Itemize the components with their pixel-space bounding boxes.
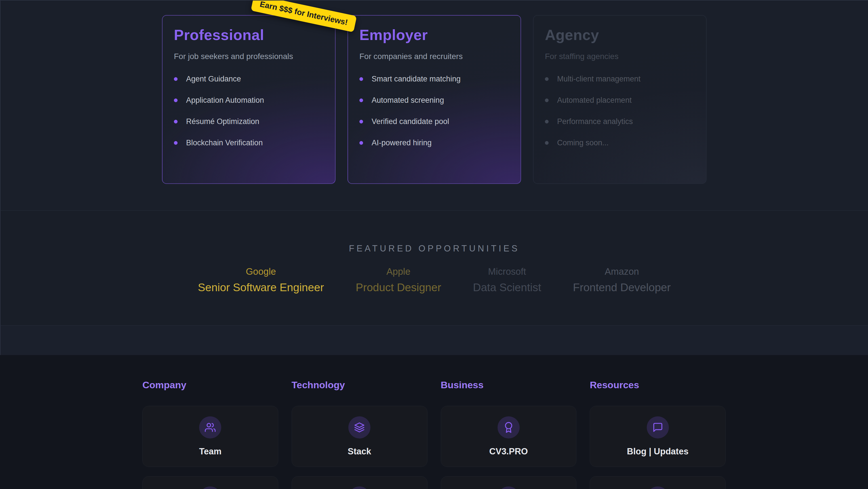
icon-circle [348,416,370,438]
footer: Company Team Technology Stack [0,355,868,489]
icon-circle [647,416,669,438]
footer-link-partial[interactable] [590,476,725,489]
footer-link-label: Stack [348,447,371,457]
feature-item: Performance analytics [545,117,695,126]
job-company: Microsoft [473,266,541,277]
feature-item: AI-powered hiring [360,139,509,147]
plan-card-content: Employer For companies and recruiters Sm… [360,26,509,173]
bullet-dot-icon [360,141,363,145]
footer-link-team[interactable]: Team [143,406,278,467]
footer-column-heading: Resources [590,379,725,391]
footer-link-partial[interactable] [291,476,428,489]
feature-label: Automated placement [557,96,632,105]
job-company: Amazon [573,266,671,277]
featured-heading: FEATURED OPPORTUNITIES [1,243,868,254]
job-title: Data Scientist [473,281,541,294]
footer-link-label: Blog | Updates [627,447,688,457]
bullet-dot-icon [545,120,549,123]
icon-circle [647,486,669,489]
icon-circle [498,486,520,489]
footer-column-business: Business CV3.PRO [441,379,577,489]
plan-card-agency: Agency For staffing agencies Multi-clien… [533,15,707,184]
feature-label: Verified candidate pool [372,117,449,126]
footer-column-heading: Technology [291,379,428,391]
footer-link-blog-updates[interactable]: Blog | Updates [590,406,725,467]
feature-label: Multi-client management [557,75,641,83]
feature-item: Agent Guidance [174,75,324,83]
feature-item: Blockchain Verification [174,139,324,147]
feature-label: Résumé Optimization [186,117,259,126]
feature-item: Coming soon... [545,139,695,147]
page: Earn $$$ for Interviews! Professional Fo… [0,0,868,489]
feature-label: Application Automation [186,96,264,105]
plan-title: Employer [360,26,509,44]
feature-item: Multi-client management [545,75,695,83]
featured-jobs-row: Google Senior Software Engineer Apple Pr… [1,266,868,294]
bullet-dot-icon [545,141,549,145]
footer-link-partial[interactable] [143,476,278,489]
featured-job-microsoft[interactable]: Microsoft Data Scientist [473,266,541,294]
bullet-dot-icon [360,120,363,123]
plan-feature-list: Agent Guidance Application Automation Ré… [174,75,324,147]
feature-label: Agent Guidance [186,75,241,83]
feature-item: Résumé Optimization [174,117,324,126]
plan-card-employer[interactable]: Employer For companies and recruiters Sm… [347,15,521,184]
feature-item: Verified candidate pool [360,117,509,126]
feature-label: AI-powered hiring [372,139,432,147]
feature-item: Automated screening [360,96,509,105]
plan-description: For staffing agencies [545,52,695,61]
footer-link-label: CV3.PRO [489,447,528,457]
footer-column-heading: Business [441,379,577,391]
plan-feature-list: Smart candidate matching Automated scree… [360,75,509,147]
feature-item: Application Automation [174,96,324,105]
plans-section: Earn $$$ for Interviews! Professional Fo… [0,1,868,210]
job-company: Apple [356,266,441,277]
bullet-dot-icon [174,98,178,102]
bullet-dot-icon [545,77,549,81]
job-company: Google [198,266,324,277]
bullet-dot-icon [360,77,363,81]
icon-circle [199,416,221,438]
featured-opportunities-section: FEATURED OPPORTUNITIES Google Senior Sof… [0,210,868,325]
feature-item: Smart candidate matching [360,75,509,83]
plan-card-content: Professional For job seekers and profess… [174,26,324,173]
feature-item: Automated placement [545,96,695,105]
feature-label: Performance analytics [557,117,633,126]
footer-link-label: Team [199,447,221,457]
bullet-dot-icon [174,77,178,81]
plans-row: Professional For job seekers and profess… [1,1,868,184]
featured-job-amazon[interactable]: Amazon Frontend Developer [573,266,671,294]
bullet-dot-icon [360,98,363,102]
plan-description: For companies and recruiters [360,52,509,61]
bullet-dot-icon [545,98,549,102]
users-icon [205,422,216,433]
icon-circle [498,416,520,438]
feature-label: Smart candidate matching [372,75,461,83]
message-square-icon [652,422,663,433]
footer-link-cv3pro[interactable]: CV3.PRO [441,406,577,467]
footer-link-stack[interactable]: Stack [291,406,428,467]
job-title: Senior Software Engineer [198,281,324,294]
footer-column-heading: Company [143,379,278,391]
feature-label: Blockchain Verification [186,139,263,147]
icon-circle [199,486,221,489]
section-spacer [0,325,868,355]
footer-column-company: Company Team [143,379,278,489]
plan-card-professional[interactable]: Professional For job seekers and profess… [162,15,336,184]
plan-description: For job seekers and professionals [174,52,324,61]
plan-title: Agency [545,26,695,44]
layers-icon [354,422,365,433]
footer-link-partial[interactable] [441,476,577,489]
bullet-dot-icon [174,141,178,145]
feature-label: Automated screening [372,96,444,105]
plan-card-content: Agency For staffing agencies Multi-clien… [545,26,695,173]
icon-circle [348,486,370,489]
plan-title: Professional [174,26,324,44]
featured-job-apple[interactable]: Apple Product Designer [356,266,441,294]
award-icon [503,422,514,433]
job-title: Product Designer [356,281,441,294]
job-title: Frontend Developer [573,281,671,294]
bullet-dot-icon [174,120,178,123]
featured-job-google[interactable]: Google Senior Software Engineer [198,266,324,294]
footer-column-technology: Technology Stack [291,379,428,489]
